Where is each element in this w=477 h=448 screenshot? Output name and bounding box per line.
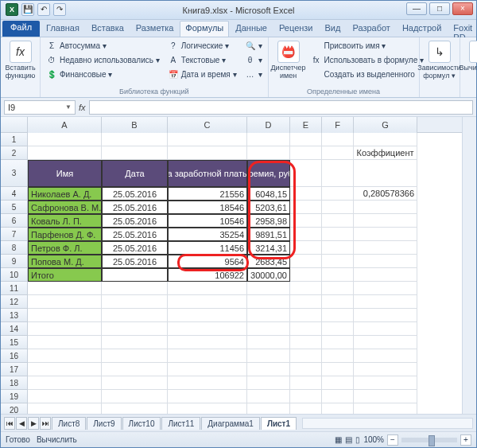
tab-developer[interactable]: Разработ xyxy=(347,21,395,37)
cell-E20[interactable] xyxy=(290,403,322,414)
cell-C13[interactable] xyxy=(168,309,247,322)
cell-D17[interactable] xyxy=(247,363,290,376)
cell-C9[interactable]: 9564 xyxy=(168,255,247,268)
cell-D10[interactable]: 30000,00 xyxy=(247,268,290,282)
cell-G9[interactable] xyxy=(354,255,417,268)
tab-nav-last[interactable]: ⏭ xyxy=(40,417,51,430)
cell-A16[interactable] xyxy=(28,349,102,363)
cell-B18[interactable] xyxy=(102,376,168,390)
cell-E10[interactable] xyxy=(290,268,322,282)
cell-B12[interactable] xyxy=(102,295,168,309)
cell-B2[interactable] xyxy=(102,146,168,160)
cell-G16[interactable] xyxy=(354,349,417,363)
cell-F1[interactable] xyxy=(322,133,354,146)
sheet-tab[interactable]: Лист10 xyxy=(122,417,161,430)
calculation-button[interactable]: 🖩 Вычисление ▾ xyxy=(463,39,477,95)
cell-E18[interactable] xyxy=(290,376,322,390)
cell-E3[interactable] xyxy=(290,160,322,187)
cell-G5[interactable] xyxy=(354,201,417,214)
use-in-formula-button[interactable]: fxИспользовать в формуле ▾ xyxy=(308,53,427,67)
sheet-tab[interactable]: Лист1 xyxy=(261,417,297,430)
cell-B3[interactable]: Дата xyxy=(102,160,168,187)
cell-D5[interactable]: 5203,61 xyxy=(247,201,290,214)
cell-A19[interactable] xyxy=(28,390,102,403)
cell-G11[interactable] xyxy=(354,282,417,295)
select-all-corner[interactable] xyxy=(1,117,28,133)
cell-D3[interactable]: Премия, руб. xyxy=(247,160,290,187)
lookup-button[interactable]: 🔍▾ xyxy=(242,39,265,53)
cell-G6[interactable] xyxy=(354,214,417,228)
col-header-F[interactable]: F xyxy=(322,117,354,133)
tab-view[interactable]: Вид xyxy=(320,21,347,37)
row-header-17[interactable]: 17 xyxy=(1,363,28,376)
column-headers[interactable]: ABCDEFG xyxy=(28,117,462,133)
cell-A4[interactable]: Николаев А. Д. xyxy=(28,187,102,201)
cell-E8[interactable] xyxy=(290,241,322,255)
cell-F10[interactable] xyxy=(322,268,354,282)
tab-layout[interactable]: Разметка xyxy=(130,21,180,37)
cell-F5[interactable] xyxy=(322,201,354,214)
formula-bar[interactable] xyxy=(89,100,473,115)
cell-F19[interactable] xyxy=(322,390,354,403)
cell-A17[interactable] xyxy=(28,363,102,376)
cell-D15[interactable] xyxy=(247,336,290,349)
cell-B13[interactable] xyxy=(102,309,168,322)
cell-A12[interactable] xyxy=(28,295,102,309)
close-button[interactable]: × xyxy=(452,2,473,15)
col-header-C[interactable]: C xyxy=(168,117,247,133)
qat-undo-button[interactable]: ↶ xyxy=(37,3,50,16)
row-header-20[interactable]: 20 xyxy=(1,403,28,414)
cell-C7[interactable]: 35254 xyxy=(168,228,247,241)
cell-C2[interactable] xyxy=(168,146,247,160)
tab-nav-first[interactable]: ⏮ xyxy=(4,417,15,430)
cell-F18[interactable] xyxy=(322,376,354,390)
insert-function-button[interactable]: fx Вставить функцию xyxy=(4,39,37,95)
cell-B6[interactable]: 25.05.2016 xyxy=(102,214,168,228)
row-header-9[interactable]: 9 xyxy=(1,255,28,268)
cell-D7[interactable]: 9891,51 xyxy=(247,228,290,241)
row-header-3[interactable]: 3 xyxy=(1,160,28,187)
cell-D20[interactable] xyxy=(247,403,290,414)
row-header-1[interactable]: 1 xyxy=(1,133,28,146)
col-header-G[interactable]: G xyxy=(354,117,417,133)
sheet-tab[interactable]: Лист9 xyxy=(87,417,121,430)
cell-E15[interactable] xyxy=(290,336,322,349)
cell-D16[interactable] xyxy=(247,349,290,363)
tab-formulas[interactable]: Формулы xyxy=(180,21,229,37)
cell-C20[interactable] xyxy=(168,403,247,414)
cell-G12[interactable] xyxy=(354,295,417,309)
horizontal-scrollbar[interactable] xyxy=(302,418,473,429)
tab-foxit[interactable]: Foxit PD xyxy=(448,21,477,37)
cell-E5[interactable] xyxy=(290,201,322,214)
cell-B7[interactable]: 25.05.2016 xyxy=(102,228,168,241)
math-button[interactable]: θ▾ xyxy=(242,53,265,67)
row-header-19[interactable]: 19 xyxy=(1,390,28,403)
cell-E6[interactable] xyxy=(290,214,322,228)
name-box[interactable]: I9 ▼ xyxy=(4,100,76,115)
row-header-14[interactable]: 14 xyxy=(1,322,28,336)
col-header-A[interactable]: A xyxy=(28,117,102,133)
qat-save-button[interactable]: 💾 xyxy=(21,3,34,16)
cell-C12[interactable] xyxy=(168,295,247,309)
cell-A14[interactable] xyxy=(28,322,102,336)
view-break-icon[interactable]: ▯ xyxy=(355,435,360,444)
cell-C5[interactable]: 18546 xyxy=(168,201,247,214)
cell-C16[interactable] xyxy=(168,349,247,363)
cell-F7[interactable] xyxy=(322,228,354,241)
cell-A7[interactable]: Парфенов Д. Ф. xyxy=(28,228,102,241)
cell-G19[interactable] xyxy=(354,390,417,403)
row-header-4[interactable]: 4 xyxy=(1,187,28,201)
row-header-10[interactable]: 10 xyxy=(1,268,28,282)
cell-G7[interactable] xyxy=(354,228,417,241)
cell-B17[interactable] xyxy=(102,363,168,376)
cell-B4[interactable]: 25.05.2016 xyxy=(102,187,168,201)
cell-C15[interactable] xyxy=(168,336,247,349)
qat-redo-button[interactable]: ↷ xyxy=(53,3,66,16)
cell-C8[interactable]: 11456 xyxy=(168,241,247,255)
cell-E14[interactable] xyxy=(290,322,322,336)
autosum-button[interactable]: ΣАвтосумма ▾ xyxy=(44,39,162,53)
cell-A11[interactable] xyxy=(28,282,102,295)
cell-C1[interactable] xyxy=(168,133,247,146)
cell-F14[interactable] xyxy=(322,322,354,336)
cell-A1[interactable] xyxy=(28,133,102,146)
